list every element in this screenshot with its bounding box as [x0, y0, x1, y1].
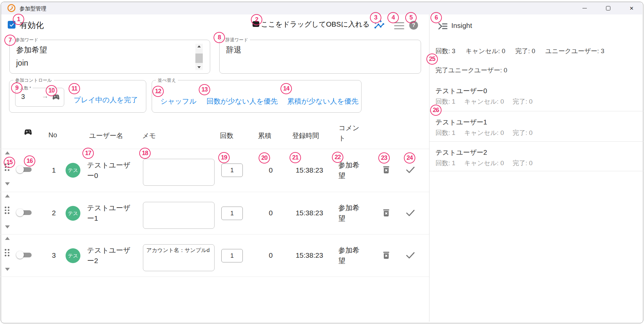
insight-user-stats: 回数: 1キャンセル: 0完了: 0 — [435, 159, 541, 168]
maximize-icon — [606, 6, 610, 10]
playing-toggle[interactable] — [16, 251, 32, 259]
move-down-icon[interactable] — [5, 225, 10, 228]
count-input[interactable]: 1 — [221, 249, 243, 262]
table-row: 1 テス テストユーザー0 1 0 15:38:23 参加希望 — [0, 149, 429, 192]
delete-button[interactable] — [381, 207, 391, 218]
divider — [0, 277, 429, 277]
comment-value: 参加希望 — [338, 192, 363, 234]
annotation-23: 23 — [378, 152, 390, 164]
minimize-icon — [582, 8, 587, 8]
insight-user-stats: 回数: 1キャンセル: 0完了: 0 — [435, 97, 541, 106]
divider — [429, 141, 644, 142]
decline-word-label: 辞退ワード — [224, 37, 250, 43]
fewest-total-link[interactable]: 累積が少ない人を優先 — [287, 97, 358, 106]
row-number: 2 — [46, 192, 61, 234]
column-header-no: No — [48, 131, 57, 139]
annotation-10: 10 — [46, 85, 57, 96]
column-header-comment: コメント — [339, 123, 361, 143]
drag-handle[interactable] — [5, 207, 9, 214]
annotation-14: 14 — [280, 83, 292, 94]
complete-button[interactable] — [405, 164, 416, 175]
memo-input[interactable]: アカウント名：サンプルd — [143, 244, 215, 271]
title-bar — [1, 2, 642, 14]
insight-user-name: テストユーザー0 — [435, 86, 487, 96]
trash-icon — [382, 165, 391, 174]
complete-button[interactable] — [405, 207, 416, 218]
annotation-6: 6 — [430, 12, 442, 23]
delete-button[interactable] — [381, 250, 391, 260]
annotation-2: 2 — [251, 14, 262, 25]
move-down-icon[interactable] — [5, 182, 10, 185]
join-word-scrollbar[interactable] — [195, 44, 203, 70]
move-down-icon[interactable] — [5, 268, 10, 271]
shuffle-link[interactable]: シャッフル — [160, 97, 196, 106]
scrollbar-thumb[interactable] — [195, 53, 203, 63]
check-icon — [405, 165, 415, 175]
drag-handle[interactable] — [5, 249, 9, 256]
insight-panel-icon — [438, 22, 448, 30]
playing-toggle[interactable] — [16, 166, 32, 174]
menu-icon[interactable] — [394, 22, 404, 29]
move-up-icon[interactable] — [5, 194, 10, 197]
participation-control-label: 参加コントロール — [13, 77, 54, 83]
annotation-18: 18 — [139, 148, 151, 159]
annotation-3: 3 — [370, 12, 381, 23]
annotation-16: 16 — [24, 155, 35, 167]
close-icon: ✕ — [630, 6, 634, 11]
insight-summary-line2: 完了ユニークユーザー: 0 — [435, 66, 507, 75]
column-header-count: 回数 — [220, 131, 233, 140]
maximize-button[interactable] — [598, 3, 618, 13]
annotation-12: 12 — [152, 86, 164, 97]
decline-word-value[interactable]: 辞退 — [226, 43, 241, 57]
row-number: 1 — [46, 149, 61, 192]
delete-button[interactable] — [381, 164, 391, 175]
avatar: テス — [66, 248, 80, 263]
user-name: テストユーザー1 — [87, 192, 134, 234]
drag-obs-label[interactable]: ここをドラッグしてOBSに入れる — [261, 20, 370, 29]
insight-user-stats: 回数: 1キャンセル: 0完了: 0 — [435, 129, 541, 137]
annotation-17: 17 — [82, 148, 94, 159]
join-word-value[interactable]: 参加希望 join — [16, 43, 47, 70]
fewest-count-link[interactable]: 回数が少ない人を優先 — [206, 97, 278, 106]
total-value: 0 — [262, 192, 280, 234]
column-header-time: 登録時間 — [292, 131, 319, 140]
divider — [429, 111, 644, 111]
check-icon — [405, 250, 415, 260]
annotation-26: 26 — [430, 105, 442, 116]
insight-complete: 完了: 0 — [515, 47, 535, 55]
memo-input[interactable] — [143, 159, 215, 186]
row-number: 3 — [46, 234, 61, 277]
decline-word-field[interactable]: 辞退ワード 辞退 — [219, 40, 421, 74]
scroll-up-icon[interactable] — [195, 44, 203, 49]
move-up-icon[interactable] — [5, 151, 10, 154]
annotation-7: 7 — [4, 35, 16, 46]
window-title: 参加型管理 — [20, 5, 46, 12]
comment-value: 参加希望 — [338, 234, 363, 277]
playing-toggle[interactable] — [16, 209, 32, 217]
close-button[interactable]: ✕ — [621, 3, 642, 13]
insight-summary-line1: 回数: 3キャンセル: 0完了: 0ユニークユーザー: 3 — [435, 47, 614, 56]
join-word-field[interactable]: 参加ワード 参加希望 join — [9, 40, 210, 74]
count-input[interactable]: 1 — [221, 164, 243, 177]
move-up-icon[interactable] — [5, 237, 10, 240]
minimize-button[interactable] — [574, 3, 595, 13]
count-input[interactable]: 1 — [221, 207, 243, 220]
app-icon — [7, 4, 16, 12]
sort-group: 並べ替え シャッフル 回数が少ない人を優先 累積が少ない人を優先 — [152, 80, 362, 113]
complete-playing-link[interactable]: プレイ中の人を完了 — [74, 95, 138, 105]
scroll-down-icon[interactable] — [195, 65, 203, 70]
insight-cancel: キャンセル: 0 — [465, 47, 505, 55]
column-header-memo: メモ — [142, 131, 156, 140]
insight-count: 回数: 3 — [435, 47, 455, 55]
column-header-total: 累積 — [258, 131, 271, 140]
trash-icon — [382, 208, 391, 217]
gamepad-column-icon — [24, 128, 33, 137]
annotation-8: 8 — [214, 32, 225, 43]
check-icon — [405, 208, 415, 218]
table-row: 3 テス テストユーザー2 アカウント名：サンプルd 1 0 15:38:23 … — [0, 234, 429, 277]
insight-user-name: テストユーザー1 — [435, 118, 487, 127]
annotation-9: 9 — [11, 82, 23, 94]
complete-button[interactable] — [405, 250, 416, 260]
player-count-value[interactable]: 3 — [21, 93, 25, 101]
memo-input[interactable] — [143, 202, 215, 229]
